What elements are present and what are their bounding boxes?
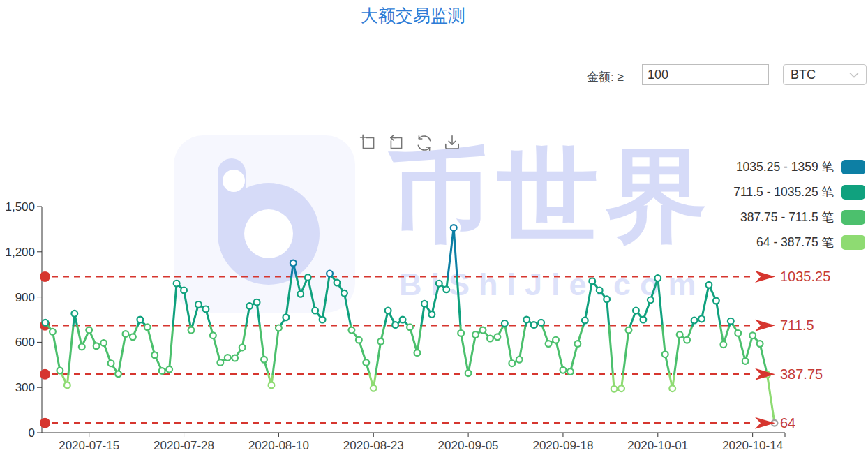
data-point[interactable] bbox=[742, 358, 749, 364]
data-point[interactable] bbox=[414, 350, 421, 356]
data-point[interactable] bbox=[604, 296, 610, 302]
data-point[interactable] bbox=[232, 355, 238, 361]
data-point[interactable] bbox=[633, 308, 639, 314]
data-point[interactable] bbox=[749, 332, 756, 338]
data-point[interactable] bbox=[531, 322, 537, 328]
data-point[interactable] bbox=[443, 286, 449, 292]
data-point[interactable] bbox=[159, 368, 165, 374]
data-point[interactable] bbox=[188, 327, 195, 334]
legend-item[interactable]: 711.5 - 1035.25 笔 bbox=[733, 179, 865, 204]
data-point[interactable] bbox=[553, 337, 559, 343]
data-point[interactable] bbox=[377, 338, 384, 345]
data-point[interactable] bbox=[648, 297, 654, 304]
data-point[interactable] bbox=[144, 324, 151, 330]
data-point[interactable] bbox=[43, 320, 49, 326]
data-point[interactable] bbox=[574, 341, 581, 347]
data-point[interactable] bbox=[582, 318, 588, 324]
data-point[interactable] bbox=[392, 322, 398, 328]
data-point[interactable] bbox=[261, 357, 267, 363]
data-point[interactable] bbox=[130, 334, 136, 340]
data-point[interactable] bbox=[538, 320, 544, 326]
data-point[interactable] bbox=[166, 366, 172, 373]
data-point[interactable] bbox=[691, 318, 698, 324]
data-point[interactable] bbox=[363, 359, 369, 366]
data-point[interactable] bbox=[567, 368, 574, 375]
data-point[interactable] bbox=[757, 341, 763, 347]
data-point[interactable] bbox=[203, 306, 209, 312]
data-point[interactable] bbox=[385, 308, 391, 314]
data-point[interactable] bbox=[472, 331, 479, 338]
data-point[interactable] bbox=[589, 278, 595, 285]
data-point[interactable] bbox=[334, 280, 341, 286]
data-point[interactable] bbox=[93, 343, 100, 349]
refresh-button[interactable] bbox=[414, 134, 433, 153]
download-button[interactable] bbox=[442, 134, 461, 153]
data-point[interactable] bbox=[151, 352, 158, 358]
data-zoom-button[interactable] bbox=[359, 134, 377, 153]
data-point[interactable] bbox=[371, 385, 377, 391]
currency-select[interactable]: BTC bbox=[783, 64, 867, 85]
data-point[interactable] bbox=[509, 360, 515, 366]
data-point[interactable] bbox=[290, 260, 297, 267]
data-point[interactable] bbox=[349, 327, 355, 334]
data-point[interactable] bbox=[465, 370, 472, 376]
data-point[interactable] bbox=[626, 327, 632, 334]
data-point[interactable] bbox=[108, 360, 114, 366]
data-point[interactable] bbox=[677, 331, 683, 338]
data-point[interactable] bbox=[320, 317, 326, 323]
data-point[interactable] bbox=[57, 368, 63, 374]
data-point[interactable] bbox=[210, 332, 216, 338]
data-point[interactable] bbox=[560, 367, 567, 373]
data-point[interactable] bbox=[516, 357, 523, 363]
data-point[interactable] bbox=[487, 336, 493, 342]
data-point[interactable] bbox=[283, 314, 289, 320]
data-point[interactable] bbox=[71, 311, 77, 317]
data-point[interactable] bbox=[297, 291, 304, 297]
data-point[interactable] bbox=[137, 317, 143, 323]
data-point[interactable] bbox=[597, 287, 603, 293]
data-point[interactable] bbox=[669, 385, 675, 391]
data-point[interactable] bbox=[246, 303, 253, 309]
data-point[interactable] bbox=[276, 325, 282, 331]
data-point[interactable] bbox=[546, 341, 552, 347]
data-point[interactable] bbox=[451, 225, 457, 231]
legend-item[interactable]: 1035.25 - 1359 笔 bbox=[733, 154, 865, 179]
data-point[interactable] bbox=[123, 331, 129, 337]
data-point[interactable] bbox=[480, 327, 486, 334]
data-point[interactable] bbox=[305, 274, 311, 281]
data-point[interactable] bbox=[181, 287, 187, 293]
data-point[interactable] bbox=[79, 343, 85, 350]
data-point[interactable] bbox=[495, 334, 501, 340]
data-point[interactable] bbox=[720, 341, 726, 348]
data-point[interactable] bbox=[428, 311, 435, 318]
data-point[interactable] bbox=[341, 290, 347, 297]
data-point[interactable] bbox=[436, 281, 442, 287]
data-point[interactable] bbox=[225, 355, 231, 361]
data-point[interactable] bbox=[100, 340, 107, 346]
data-point[interactable] bbox=[269, 382, 275, 389]
data-point[interactable] bbox=[400, 317, 406, 323]
data-point[interactable] bbox=[174, 281, 180, 287]
legend-item[interactable]: 64 - 387.75 笔 bbox=[733, 230, 865, 255]
legend-item[interactable]: 387.75 - 711.5 笔 bbox=[733, 204, 865, 230]
data-point[interactable] bbox=[327, 271, 333, 277]
data-point[interactable] bbox=[458, 330, 464, 336]
data-point[interactable] bbox=[728, 318, 734, 325]
data-point[interactable] bbox=[611, 386, 618, 392]
amount-input[interactable] bbox=[642, 64, 769, 85]
data-point[interactable] bbox=[356, 337, 362, 343]
data-point[interactable] bbox=[698, 316, 705, 322]
data-point[interactable] bbox=[64, 382, 70, 389]
data-point[interactable] bbox=[654, 275, 661, 281]
data-point[interactable] bbox=[407, 324, 413, 330]
data-point[interactable] bbox=[239, 345, 246, 351]
data-point[interactable] bbox=[618, 385, 624, 391]
data-point[interactable] bbox=[217, 359, 223, 366]
data-point[interactable] bbox=[706, 282, 712, 288]
zoom-reset-button[interactable] bbox=[387, 134, 405, 153]
data-point[interactable] bbox=[86, 327, 92, 334]
data-point[interactable] bbox=[312, 308, 318, 314]
data-point[interactable] bbox=[713, 298, 719, 304]
data-point[interactable] bbox=[684, 337, 690, 343]
data-point[interactable] bbox=[254, 299, 260, 306]
